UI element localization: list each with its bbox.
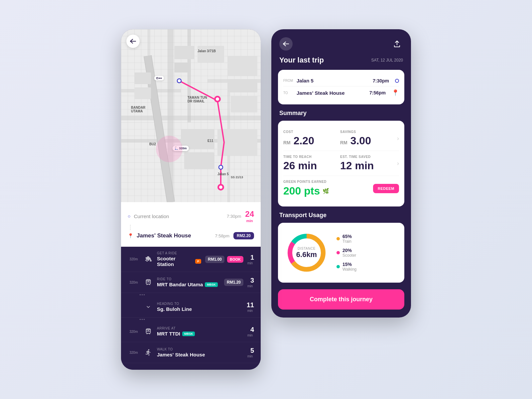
- svg-rect-10: [174, 63, 191, 72]
- from-dot-icon: [395, 79, 399, 83]
- svg-rect-18: [184, 152, 214, 169]
- trip-date: SAT, 12 JUL 2020: [371, 58, 403, 63]
- step-item: 320m ARRIVE AT MRT TTDI MBSK 4 min: [121, 321, 261, 342]
- summary-time-row: TIME TO REACH 26 min EST. TIME SAVED 12 …: [283, 151, 399, 176]
- map-label-jalan: Jalan 3/71B: [198, 49, 216, 53]
- from-label: Current location: [134, 213, 169, 219]
- step-minutes: 4: [246, 326, 254, 333]
- savings-currency: RM: [340, 140, 347, 145]
- donut-chart: DISTANCE 6.6km: [283, 229, 330, 276]
- step-name: MRT TTDI MBSK: [157, 331, 242, 336]
- savings-value: RM 3.00: [340, 135, 394, 147]
- step-name: Sg. Buloh Line: [157, 306, 242, 312]
- left-phone: BANDARUTAMA TAMAN TUNDR ISMAIL BU2 Jalan…: [121, 29, 261, 370]
- svg-point-24: [219, 186, 222, 189]
- summary-cost-col: COST RM 2.20: [283, 130, 337, 147]
- map-label-jalan5: Jalan 5: [217, 172, 229, 176]
- step-walk-icon: [144, 349, 153, 356]
- green-label: GREEN POINTS EARNED: [283, 180, 370, 184]
- est-value: 12 min: [340, 160, 394, 172]
- svg-rect-12: [134, 87, 151, 99]
- scooter-legend-dot: [336, 251, 340, 254]
- step-scooter-icon: [144, 256, 153, 263]
- summary-green-row: GREEN POINTS EARNED 200 pts 🌿 REDEEM: [283, 176, 399, 201]
- legend-walking: 15% Walking: [336, 262, 356, 272]
- svg-point-22: [216, 97, 219, 101]
- step-minutes: 11: [246, 301, 254, 309]
- step-badge-mbsk2: MBSK: [182, 332, 195, 336]
- distance-value: 6.6km: [296, 250, 317, 259]
- green-value: 200 pts: [283, 185, 320, 197]
- time-label: TIME TO REACH: [283, 155, 337, 159]
- summary-savings-col: SAVINGS RM 3.00: [340, 130, 394, 147]
- step-badge-mbsk: MBSK: [205, 282, 218, 287]
- step-minutes: 3: [246, 277, 254, 284]
- cost-value: RM 2.20: [283, 135, 337, 147]
- summary-chevron-icon-2: ›: [397, 160, 399, 167]
- step-item: HEADING TO Sg. Buloh Line 11 min: [121, 297, 261, 318]
- summary-est-col: EST. TIME SAVED 12 min: [340, 155, 394, 172]
- share-button[interactable]: [391, 38, 403, 50]
- e-stop-badge: E●●: [154, 76, 164, 80]
- dots-separator: [121, 293, 261, 297]
- svg-point-19: [177, 79, 181, 83]
- book-button[interactable]: BOOK: [227, 256, 243, 263]
- step-dist: 320m: [128, 281, 140, 284]
- time-value: 26 min: [283, 160, 337, 172]
- svg-rect-9: [198, 46, 224, 63]
- right-back-button[interactable]: [279, 37, 293, 51]
- scooter-percent: 20%: [342, 248, 356, 253]
- step-minutes: 1: [246, 254, 254, 261]
- svg-rect-15: [231, 96, 257, 112]
- left-back-button[interactable]: [126, 35, 140, 48]
- step-type: HEADING TO: [157, 302, 242, 306]
- right-header: [271, 29, 411, 56]
- step-name: Scooter Station P: [157, 256, 201, 267]
- donut-center: DISTANCE 6.6km: [296, 247, 317, 259]
- svg-rect-3: [188, 29, 191, 122]
- route-to-row: TO James' Steak House 7:56pm 📍: [283, 86, 399, 99]
- step-right: RM1.20 3 min: [224, 277, 254, 288]
- step-right: 5 min: [246, 347, 254, 358]
- step-type: WALK TO: [157, 347, 242, 351]
- trip-from-row: ○ Current location 7:30pm 24 min: [128, 207, 254, 225]
- step-train-icon: [144, 279, 153, 286]
- route-from-row: FROM Jalan 5 7:30pm: [283, 75, 399, 86]
- step-price: RM1.00: [205, 256, 224, 263]
- cost-currency: RM: [283, 140, 291, 145]
- scooter-label: Scooter: [342, 253, 356, 258]
- from-dot-icon: ○: [128, 213, 130, 219]
- steps-list: 320m GET A RIDE Scooter Station P RM1.00…: [121, 247, 261, 370]
- step-chevron-icon: [144, 304, 153, 310]
- summary-card: COST RM 2.20 SAVINGS RM 3.00 ›: [278, 121, 404, 206]
- complete-journey-button[interactable]: Complete this journey: [278, 289, 404, 310]
- step-right: 11 min: [246, 301, 254, 313]
- step-name: MRT Bandar Utama MBSK: [157, 282, 220, 287]
- step-dist: 320m: [128, 330, 140, 333]
- transport-section-title: Transport Usage: [271, 212, 411, 223]
- to-pin-icon: 📍: [392, 89, 399, 96]
- train-label: Train: [342, 239, 352, 244]
- step-item: 320m GET A RIDE Scooter Station P RM1.00…: [121, 247, 261, 272]
- redeem-button[interactable]: REDEEM: [373, 184, 399, 193]
- map-label-bandar: BANDARUTAMA: [131, 106, 145, 113]
- to-label: James' Steak House: [137, 232, 191, 239]
- transport-card: DISTANCE 6.6km 65% Train: [278, 223, 404, 283]
- from-time: 7:30pm: [227, 214, 241, 219]
- leaf-icon: 🌿: [323, 188, 329, 194]
- summary-section-title: Summary: [271, 110, 411, 121]
- map-area: BANDARUTAMA TAMAN TUNDR ISMAIL BU2 Jalan…: [121, 29, 261, 202]
- route-card: FROM Jalan 5 7:30pm TO James' Steak Hous…: [278, 70, 404, 104]
- train-percent: 65%: [342, 234, 352, 239]
- est-label: EST. TIME SAVED: [340, 155, 394, 159]
- summary-cost-savings-row: COST RM 2.20 SAVINGS RM 3.00 ›: [283, 126, 399, 151]
- to-price-badge: RM2.20: [233, 232, 254, 239]
- cost-label: COST: [283, 130, 337, 134]
- step-right: 4 min: [246, 326, 254, 337]
- map-label-bu2: BU2: [149, 142, 156, 146]
- step-item: 320m WALK TO James' Steak House 5 min: [121, 342, 261, 363]
- train-legend-dot: [336, 237, 340, 240]
- to-name: James' Steak House: [297, 90, 366, 96]
- to-time: 7:56pm: [369, 90, 386, 95]
- summary-green-col: GREEN POINTS EARNED 200 pts 🌿: [283, 180, 370, 197]
